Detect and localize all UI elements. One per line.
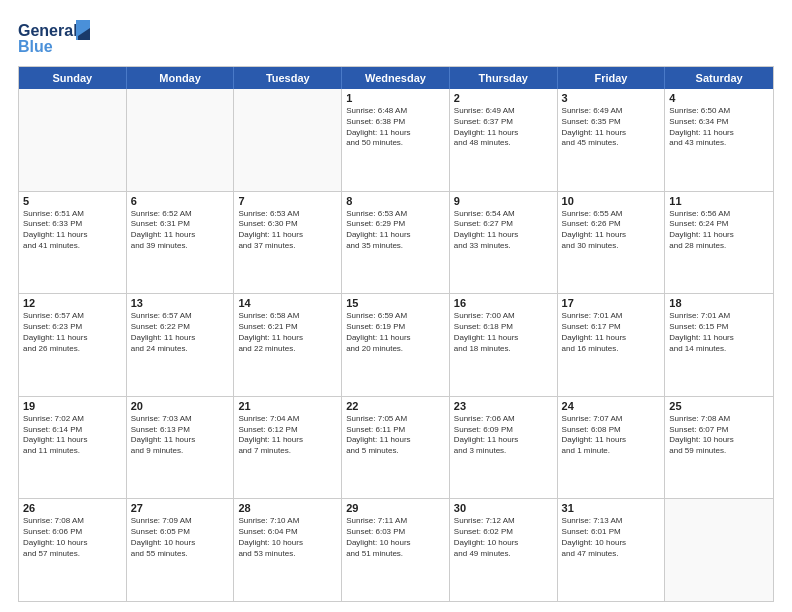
day-info: Sunrise: 6:54 AM Sunset: 6:27 PM Dayligh… (454, 209, 553, 252)
calendar-body: 1Sunrise: 6:48 AM Sunset: 6:38 PM Daylig… (19, 89, 773, 601)
day-number: 14 (238, 297, 337, 309)
day-info: Sunrise: 6:49 AM Sunset: 6:35 PM Dayligh… (562, 106, 661, 149)
table-row: 28Sunrise: 7:10 AM Sunset: 6:04 PM Dayli… (234, 499, 342, 601)
day-info: Sunrise: 6:59 AM Sunset: 6:19 PM Dayligh… (346, 311, 445, 354)
header-day-friday: Friday (558, 67, 666, 89)
header-day-thursday: Thursday (450, 67, 558, 89)
table-row: 16Sunrise: 7:00 AM Sunset: 6:18 PM Dayli… (450, 294, 558, 396)
table-row (127, 89, 235, 191)
table-row: 12Sunrise: 6:57 AM Sunset: 6:23 PM Dayli… (19, 294, 127, 396)
table-row: 3Sunrise: 6:49 AM Sunset: 6:35 PM Daylig… (558, 89, 666, 191)
calendar-week-4: 19Sunrise: 7:02 AM Sunset: 6:14 PM Dayli… (19, 396, 773, 499)
table-row: 24Sunrise: 7:07 AM Sunset: 6:08 PM Dayli… (558, 397, 666, 499)
day-number: 9 (454, 195, 553, 207)
table-row: 19Sunrise: 7:02 AM Sunset: 6:14 PM Dayli… (19, 397, 127, 499)
day-info: Sunrise: 7:00 AM Sunset: 6:18 PM Dayligh… (454, 311, 553, 354)
header-day-wednesday: Wednesday (342, 67, 450, 89)
table-row: 26Sunrise: 7:08 AM Sunset: 6:06 PM Dayli… (19, 499, 127, 601)
day-info: Sunrise: 7:10 AM Sunset: 6:04 PM Dayligh… (238, 516, 337, 559)
header-day-tuesday: Tuesday (234, 67, 342, 89)
day-info: Sunrise: 7:02 AM Sunset: 6:14 PM Dayligh… (23, 414, 122, 457)
table-row: 8Sunrise: 6:53 AM Sunset: 6:29 PM Daylig… (342, 192, 450, 294)
table-row (234, 89, 342, 191)
day-info: Sunrise: 6:53 AM Sunset: 6:30 PM Dayligh… (238, 209, 337, 252)
day-number: 18 (669, 297, 769, 309)
day-number: 12 (23, 297, 122, 309)
table-row: 22Sunrise: 7:05 AM Sunset: 6:11 PM Dayli… (342, 397, 450, 499)
day-number: 24 (562, 400, 661, 412)
day-number: 7 (238, 195, 337, 207)
day-info: Sunrise: 7:01 AM Sunset: 6:17 PM Dayligh… (562, 311, 661, 354)
table-row: 7Sunrise: 6:53 AM Sunset: 6:30 PM Daylig… (234, 192, 342, 294)
logo-icon: GeneralBlue (18, 18, 98, 58)
table-row: 17Sunrise: 7:01 AM Sunset: 6:17 PM Dayli… (558, 294, 666, 396)
day-number: 30 (454, 502, 553, 514)
table-row: 11Sunrise: 6:56 AM Sunset: 6:24 PM Dayli… (665, 192, 773, 294)
day-info: Sunrise: 6:55 AM Sunset: 6:26 PM Dayligh… (562, 209, 661, 252)
day-info: Sunrise: 7:08 AM Sunset: 6:07 PM Dayligh… (669, 414, 769, 457)
day-number: 6 (131, 195, 230, 207)
table-row: 23Sunrise: 7:06 AM Sunset: 6:09 PM Dayli… (450, 397, 558, 499)
day-info: Sunrise: 7:12 AM Sunset: 6:02 PM Dayligh… (454, 516, 553, 559)
svg-text:Blue: Blue (18, 38, 53, 55)
day-number: 15 (346, 297, 445, 309)
day-info: Sunrise: 6:53 AM Sunset: 6:29 PM Dayligh… (346, 209, 445, 252)
day-info: Sunrise: 7:08 AM Sunset: 6:06 PM Dayligh… (23, 516, 122, 559)
table-row: 9Sunrise: 6:54 AM Sunset: 6:27 PM Daylig… (450, 192, 558, 294)
day-number: 31 (562, 502, 661, 514)
day-info: Sunrise: 6:52 AM Sunset: 6:31 PM Dayligh… (131, 209, 230, 252)
day-number: 4 (669, 92, 769, 104)
day-number: 22 (346, 400, 445, 412)
day-info: Sunrise: 7:01 AM Sunset: 6:15 PM Dayligh… (669, 311, 769, 354)
day-info: Sunrise: 6:50 AM Sunset: 6:34 PM Dayligh… (669, 106, 769, 149)
day-number: 1 (346, 92, 445, 104)
day-number: 26 (23, 502, 122, 514)
svg-text:General: General (18, 22, 78, 39)
day-info: Sunrise: 6:49 AM Sunset: 6:37 PM Dayligh… (454, 106, 553, 149)
table-row: 30Sunrise: 7:12 AM Sunset: 6:02 PM Dayli… (450, 499, 558, 601)
day-number: 2 (454, 92, 553, 104)
page-header: GeneralBlue (18, 18, 774, 58)
table-row: 29Sunrise: 7:11 AM Sunset: 6:03 PM Dayli… (342, 499, 450, 601)
day-number: 21 (238, 400, 337, 412)
day-number: 25 (669, 400, 769, 412)
day-number: 29 (346, 502, 445, 514)
table-row: 10Sunrise: 6:55 AM Sunset: 6:26 PM Dayli… (558, 192, 666, 294)
table-row: 27Sunrise: 7:09 AM Sunset: 6:05 PM Dayli… (127, 499, 235, 601)
table-row: 1Sunrise: 6:48 AM Sunset: 6:38 PM Daylig… (342, 89, 450, 191)
day-number: 20 (131, 400, 230, 412)
header-day-monday: Monday (127, 67, 235, 89)
day-number: 16 (454, 297, 553, 309)
day-number: 13 (131, 297, 230, 309)
table-row (19, 89, 127, 191)
day-number: 28 (238, 502, 337, 514)
table-row: 21Sunrise: 7:04 AM Sunset: 6:12 PM Dayli… (234, 397, 342, 499)
day-info: Sunrise: 6:58 AM Sunset: 6:21 PM Dayligh… (238, 311, 337, 354)
table-row: 13Sunrise: 6:57 AM Sunset: 6:22 PM Dayli… (127, 294, 235, 396)
table-row: 18Sunrise: 7:01 AM Sunset: 6:15 PM Dayli… (665, 294, 773, 396)
day-number: 17 (562, 297, 661, 309)
calendar-week-2: 5Sunrise: 6:51 AM Sunset: 6:33 PM Daylig… (19, 191, 773, 294)
day-number: 8 (346, 195, 445, 207)
day-info: Sunrise: 6:48 AM Sunset: 6:38 PM Dayligh… (346, 106, 445, 149)
day-info: Sunrise: 7:07 AM Sunset: 6:08 PM Dayligh… (562, 414, 661, 457)
header-day-sunday: Sunday (19, 67, 127, 89)
header-day-saturday: Saturday (665, 67, 773, 89)
day-info: Sunrise: 7:13 AM Sunset: 6:01 PM Dayligh… (562, 516, 661, 559)
table-row: 15Sunrise: 6:59 AM Sunset: 6:19 PM Dayli… (342, 294, 450, 396)
day-info: Sunrise: 6:57 AM Sunset: 6:22 PM Dayligh… (131, 311, 230, 354)
day-info: Sunrise: 7:03 AM Sunset: 6:13 PM Dayligh… (131, 414, 230, 457)
table-row: 31Sunrise: 7:13 AM Sunset: 6:01 PM Dayli… (558, 499, 666, 601)
day-number: 3 (562, 92, 661, 104)
table-row: 4Sunrise: 6:50 AM Sunset: 6:34 PM Daylig… (665, 89, 773, 191)
day-number: 10 (562, 195, 661, 207)
day-number: 27 (131, 502, 230, 514)
table-row: 6Sunrise: 6:52 AM Sunset: 6:31 PM Daylig… (127, 192, 235, 294)
table-row: 2Sunrise: 6:49 AM Sunset: 6:37 PM Daylig… (450, 89, 558, 191)
table-row: 20Sunrise: 7:03 AM Sunset: 6:13 PM Dayli… (127, 397, 235, 499)
table-row (665, 499, 773, 601)
day-number: 23 (454, 400, 553, 412)
calendar: SundayMondayTuesdayWednesdayThursdayFrid… (18, 66, 774, 602)
day-info: Sunrise: 6:57 AM Sunset: 6:23 PM Dayligh… (23, 311, 122, 354)
day-number: 19 (23, 400, 122, 412)
